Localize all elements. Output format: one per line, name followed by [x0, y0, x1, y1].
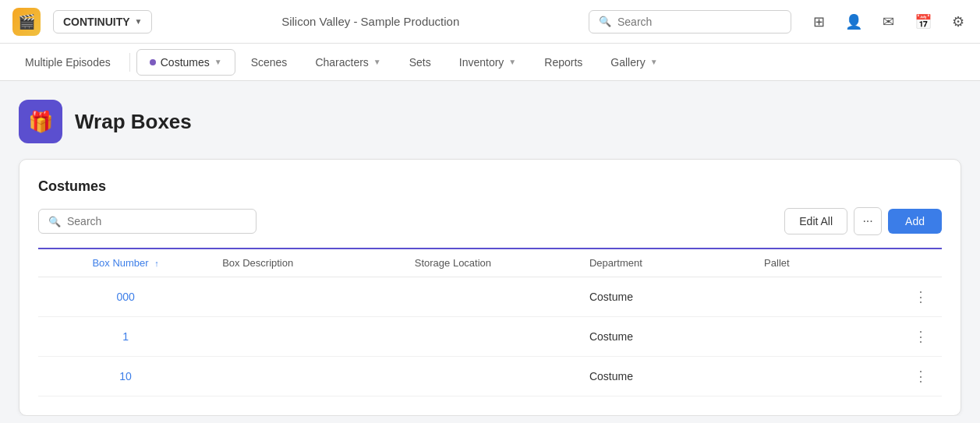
costumes-chevron-icon: ▼: [214, 58, 222, 66]
edit-all-button[interactable]: Edit All: [784, 208, 847, 234]
col-header-box-description[interactable]: Box Description: [213, 249, 405, 277]
table-wrap: Box Number ↑ Box Description Storage Loc…: [38, 248, 942, 397]
row-menu-button[interactable]: ⋮: [909, 368, 932, 385]
cell-box-description: [213, 277, 405, 317]
card-toolbar: 🔍 Edit All ··· Add: [38, 207, 942, 235]
chevron-down-icon: ▼: [135, 17, 143, 26]
table-row: 000 Costume ⋮: [38, 277, 942, 317]
continuity-label: CONTINUITY: [63, 16, 130, 28]
subnav-scenes[interactable]: Scenes: [239, 50, 300, 75]
subnav-reports[interactable]: Reports: [532, 50, 595, 75]
page-icon: 🎁: [19, 100, 62, 143]
cell-storage-location: [405, 357, 580, 397]
cell-box-number[interactable]: 000: [38, 277, 213, 317]
col-header-box-number[interactable]: Box Number ↑: [38, 249, 213, 277]
search-icon: 🔍: [48, 216, 61, 227]
settings-icon[interactable]: ⚙: [949, 10, 968, 33]
subnav-costumes[interactable]: Costumes ▼: [136, 49, 235, 76]
costumes-dot-icon: [150, 59, 156, 65]
sort-arrow-icon: ↑: [154, 259, 159, 268]
characters-chevron-icon: ▼: [373, 58, 381, 66]
toolbar-right: Edit All ··· Add: [784, 207, 942, 235]
table-row: 1 Costume ⋮: [38, 317, 942, 357]
subnav-multiple-episodes-label: Multiple Episodes: [25, 56, 111, 69]
table-header-row: Box Number ↑ Box Description Storage Loc…: [38, 249, 942, 277]
cell-action: ⋮: [894, 317, 942, 357]
cell-action: ⋮: [894, 277, 942, 317]
logo-wrap: 🎬: [12, 8, 41, 36]
subnav-sets-label: Sets: [409, 56, 431, 69]
table-body: 000 Costume ⋮ 1 Costume ⋮ 10 Costume ⋮: [38, 277, 942, 397]
cell-box-number[interactable]: 10: [38, 357, 213, 397]
subnav-gallery-label: Gallery: [610, 56, 645, 69]
subnav-multiple-episodes[interactable]: Multiple Episodes: [12, 50, 123, 75]
global-search-box: 🔍: [589, 10, 791, 33]
user-icon[interactable]: 👤: [842, 10, 865, 33]
subnav-reports-label: Reports: [544, 56, 582, 69]
cell-storage-location: [405, 317, 580, 357]
page-header: 🎁 Wrap Boxes: [19, 100, 961, 143]
subnav-sets[interactable]: Sets: [397, 50, 444, 75]
col-header-action: [894, 249, 942, 277]
col-header-storage-location[interactable]: Storage Location: [405, 249, 580, 277]
row-menu-button[interactable]: ⋮: [909, 328, 932, 345]
subnav-costumes-label: Costumes: [161, 56, 210, 69]
cell-box-number[interactable]: 1: [38, 317, 213, 357]
cell-pallet: [755, 357, 894, 397]
cell-box-description: [213, 317, 405, 357]
global-search-input[interactable]: [617, 16, 781, 28]
sub-nav: Multiple Episodes Costumes ▼ Scenes Char…: [0, 44, 980, 81]
row-menu-button[interactable]: ⋮: [909, 288, 932, 305]
subnav-scenes-label: Scenes: [251, 56, 288, 69]
subnav-divider: [129, 53, 130, 72]
main-content: 🎁 Wrap Boxes Costumes 🔍 Edit All ··· Add…: [0, 81, 980, 416]
more-options-button[interactable]: ···: [854, 207, 882, 235]
subnav-inventory-label: Inventory: [459, 56, 504, 69]
grid-icon[interactable]: ⊞: [810, 10, 828, 33]
search-icon: 🔍: [599, 16, 611, 27]
production-title: Silicon Valley - Sample Production: [165, 15, 576, 28]
cell-action: ⋮: [894, 357, 942, 397]
inventory-chevron-icon: ▼: [508, 58, 516, 66]
subnav-gallery[interactable]: Gallery ▼: [598, 50, 670, 75]
top-nav: 🎬 CONTINUITY ▼ Silicon Valley - Sample P…: [0, 0, 980, 44]
page-title: Wrap Boxes: [75, 110, 192, 134]
add-button[interactable]: Add: [888, 209, 942, 234]
cell-department: Costume: [580, 317, 755, 357]
cell-storage-location: [405, 277, 580, 317]
continuity-dropdown[interactable]: CONTINUITY ▼: [53, 10, 152, 33]
cell-department: Costume: [580, 357, 755, 397]
wrap-boxes-table: Box Number ↑ Box Description Storage Loc…: [38, 249, 942, 397]
cell-box-description: [213, 357, 405, 397]
table-row: 10 Costume ⋮: [38, 357, 942, 397]
app-logo-icon: 🎬: [12, 8, 41, 36]
calendar-icon[interactable]: 📅: [911, 10, 935, 33]
subnav-inventory[interactable]: Inventory ▼: [447, 50, 529, 75]
costumes-search-box: 🔍: [38, 209, 256, 234]
costumes-search-input[interactable]: [67, 215, 246, 227]
top-icons: ⊞ 👤 ✉ 📅 ⚙: [810, 10, 968, 33]
col-header-pallet[interactable]: Pallet: [755, 249, 894, 277]
costumes-card: Costumes 🔍 Edit All ··· Add Box Number ↑: [19, 159, 961, 416]
mail-icon[interactable]: ✉: [879, 10, 897, 33]
gallery-chevron-icon: ▼: [650, 58, 658, 66]
costumes-card-title: Costumes: [38, 178, 942, 195]
cell-pallet: [755, 317, 894, 357]
cell-pallet: [755, 277, 894, 317]
col-header-department[interactable]: Department: [580, 249, 755, 277]
subnav-characters[interactable]: Characters ▼: [302, 50, 393, 75]
cell-department: Costume: [580, 277, 755, 317]
subnav-characters-label: Characters: [315, 56, 368, 69]
